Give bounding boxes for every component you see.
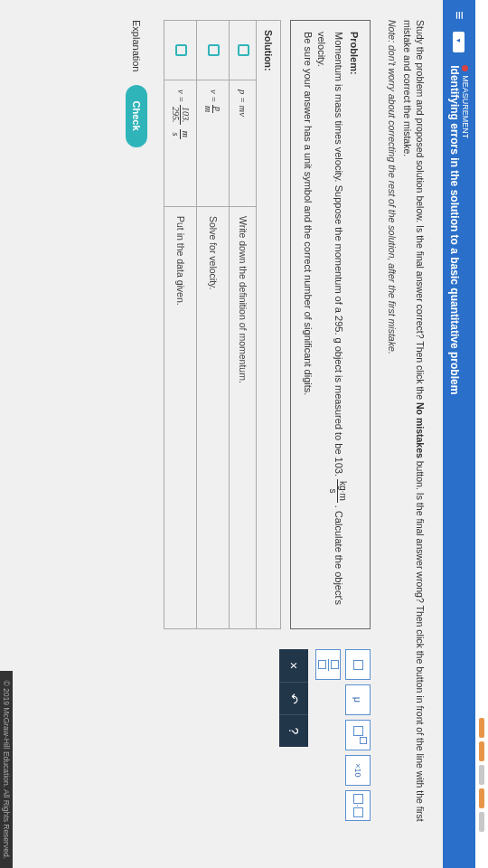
solution-row: p = mv Write down the definition of mome… [230,21,257,629]
app-header: ≡ MEASUREMENT Identifying errors in the … [443,0,475,868]
solution-row: v = pm Solve for velocity. [197,21,230,629]
instructions: Study the problem and proposed solution … [385,20,427,848]
undo-button[interactable]: ↶ [279,682,308,714]
symbol-box-button[interactable] [345,649,371,680]
row-select[interactable] [175,44,187,56]
page-title: Identifying errors in the solution to a … [448,65,461,394]
row-select[interactable] [238,44,249,56]
solution-table: Solution: p = mv Write down the definiti… [164,20,281,629]
category-label: MEASUREMENT [461,75,470,138]
clear-button[interactable]: × [279,649,308,682]
input-tools: μ ×10 · × ↶ ? [279,649,371,848]
menu-icon[interactable]: ≡ [451,11,467,19]
copyright: © 2019 McGraw-Hill Education. All Rights… [0,671,13,868]
problem-box: Problem: Momentum is mass times velocity… [290,20,371,629]
help-button[interactable]: ? [279,714,308,747]
nav-dropdown[interactable] [454,32,465,52]
symbol-superscript-button[interactable] [345,720,371,750]
check-button[interactable]: Check [126,85,147,147]
solution-row: v = 103.295. ms Put in the data given. [164,21,197,629]
symbol-dot-button[interactable]: · [345,790,371,821]
solution-heading: Solution: [257,21,281,80]
symbol-x10-button[interactable]: ×10 [345,755,371,786]
symbol-mu-button[interactable]: μ [345,684,371,715]
explanation-label: Explanation [131,20,142,72]
row-select[interactable] [208,44,220,56]
category-dot [463,65,469,71]
symbol-fraction-button[interactable] [315,649,341,680]
progress-bar [475,0,488,868]
